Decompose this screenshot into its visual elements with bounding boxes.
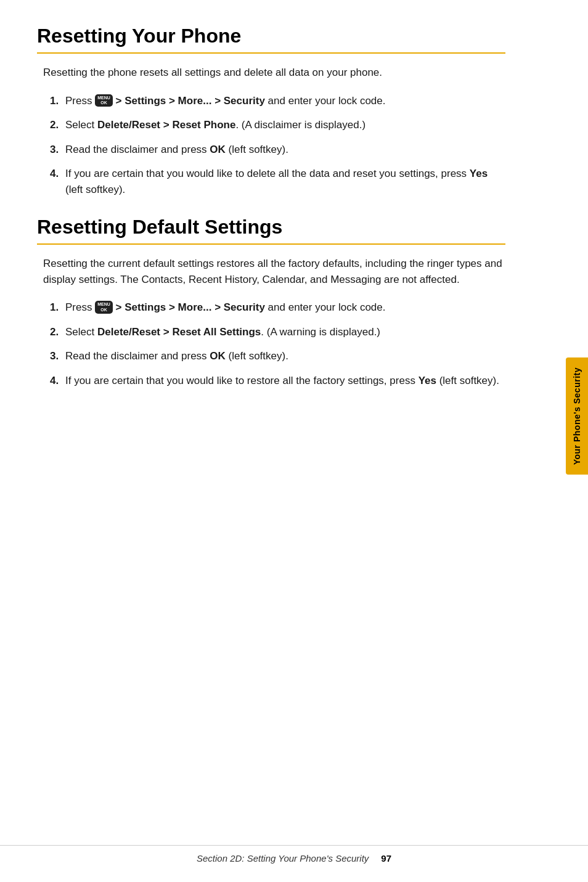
step2-bold: Delete/Reset > Reset Phone bbox=[97, 119, 235, 131]
s2-step3-text-after: (left softkey). bbox=[226, 350, 288, 362]
section2-title: Resetting Default Settings bbox=[37, 216, 505, 239]
step1-text-before: Press bbox=[65, 95, 95, 107]
section1-step-1: Press MENUOK > Settings > More... > Secu… bbox=[62, 93, 505, 109]
section2-step-3: Read the disclaimer and press OK (left s… bbox=[62, 348, 505, 364]
step2-text-after: . (A disclaimer is displayed.) bbox=[235, 119, 365, 131]
s2-step1-bold: > Settings > More... > Security bbox=[113, 301, 265, 313]
s2-step1-text-after: and enter your lock code. bbox=[265, 301, 386, 313]
section1-title: Resetting Your Phone bbox=[37, 25, 505, 47]
step4-text-before: If you are certain that you would like t… bbox=[65, 168, 470, 179]
s2-step4-text-after: (left softkey). bbox=[436, 375, 499, 386]
step1-bold: > Settings > More... > Security bbox=[113, 95, 265, 107]
footer-page-number: 97 bbox=[381, 853, 391, 864]
s2-step3-bold: OK bbox=[210, 350, 226, 362]
section-resetting-phone: Resetting Your Phone Resetting the phone… bbox=[37, 25, 505, 197]
s2-step2-text-before: Select bbox=[65, 326, 97, 338]
section1-step-3: Read the disclaimer and press OK (left s… bbox=[62, 142, 505, 158]
step4-text-after: (left softkey). bbox=[65, 184, 125, 195]
footer-section-label: Section 2D: Setting Your Phone's Securit… bbox=[197, 853, 369, 864]
s2-step2-text-after: . (A warning is displayed.) bbox=[261, 326, 380, 338]
side-tab-label: Your Phone's Security bbox=[572, 367, 582, 465]
s2-step2-bold: Delete/Reset > Reset All Settings bbox=[97, 326, 261, 338]
page-content: Resetting Your Phone Resetting the phone… bbox=[0, 0, 555, 452]
section1-step-4: If you are certain that you would like t… bbox=[62, 166, 505, 197]
step3-text-before: Read the disclaimer and press bbox=[65, 144, 210, 155]
section-resetting-defaults: Resetting Default Settings Resetting the… bbox=[37, 216, 505, 388]
section1-step-2: Select Delete/Reset > Reset Phone. (A di… bbox=[62, 117, 505, 133]
section1-steps: Press MENUOK > Settings > More... > Secu… bbox=[62, 93, 505, 198]
section2-steps: Press MENUOK > Settings > More... > Secu… bbox=[62, 300, 505, 388]
s2-step3-text-before: Read the disclaimer and press bbox=[65, 350, 210, 362]
side-tab: Your Phone's Security bbox=[566, 357, 588, 475]
section2-step-2: Select Delete/Reset > Reset All Settings… bbox=[62, 324, 505, 340]
s2-step4-bold: Yes bbox=[419, 375, 436, 386]
section1-intro: Resetting the phone resets all settings … bbox=[43, 65, 505, 81]
step2-text-before: Select bbox=[65, 119, 97, 131]
s2-step1-text-before: Press bbox=[65, 301, 95, 313]
section2-step-1: Press MENUOK > Settings > More... > Secu… bbox=[62, 300, 505, 316]
page-footer: Section 2D: Setting Your Phone's Securit… bbox=[0, 845, 588, 864]
menu-icon-2: MENUOK bbox=[95, 301, 113, 314]
section1-divider bbox=[37, 52, 505, 54]
step3-text-after: (left softkey). bbox=[226, 144, 288, 155]
section2-step-4: If you are certain that you would like t… bbox=[62, 373, 505, 389]
s2-step4-text-before: If you are certain that you would like t… bbox=[65, 375, 419, 386]
step1-text-after: and enter your lock code. bbox=[265, 95, 386, 107]
step4-bold: Yes bbox=[470, 168, 488, 179]
step3-bold: OK bbox=[210, 144, 226, 155]
section2-intro: Resetting the current default settings r… bbox=[43, 256, 505, 287]
section2-divider bbox=[37, 243, 505, 245]
menu-icon-1: MENUOK bbox=[95, 94, 113, 107]
